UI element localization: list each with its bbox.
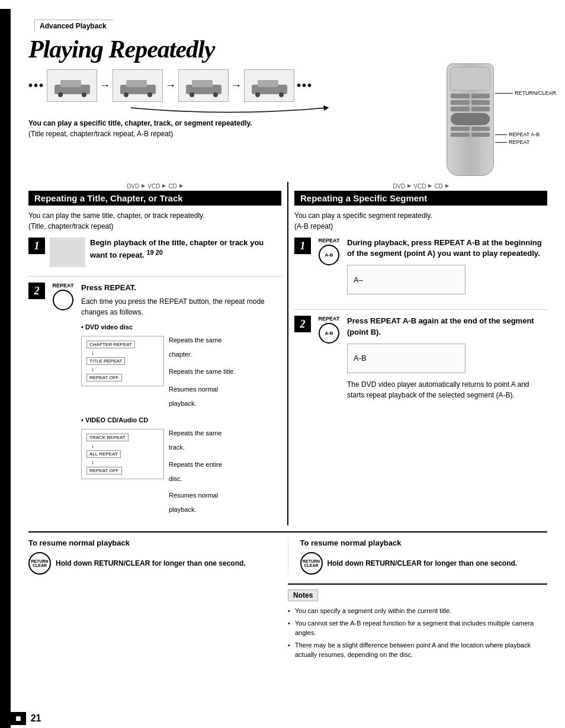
- svg-rect-1: [60, 80, 81, 87]
- page-wrapper: Advanced Playback Playing Repeatedly •••: [0, 9, 565, 728]
- remote-btn: [451, 107, 470, 111]
- left-step-1: 1 Begin playback of the title, chapter o…: [28, 238, 281, 267]
- illustration-area: ••• →: [28, 63, 429, 141]
- bottom-left-title: To resume normal playback: [28, 538, 276, 547]
- auto-desc: The DVD video player automatically retur…: [347, 379, 547, 400]
- bottom-left-text: Hold down RETURN/CLEAR for longer than o…: [56, 558, 276, 569]
- right-step-1: 1 REPEAT A-B During playback, press REPE…: [294, 238, 547, 300]
- display-box-2: A-B: [347, 344, 466, 373]
- remote-btn: [471, 107, 490, 111]
- content-area: Advanced Playback Playing Repeatedly •••: [11, 9, 565, 662]
- vcd-mode-1: TRACK REPEAT: [86, 434, 159, 441]
- label-line: [495, 93, 513, 94]
- remote-diagram: RETURN/CLEAR REPEAT A-B REPEAT: [447, 63, 541, 182]
- page-num-box: ■: [11, 712, 26, 725]
- svg-point-11: [213, 92, 218, 97]
- dvd-mode-3-box: REPEAT OFF: [86, 374, 122, 381]
- vcd-mode-3-box: REPEAT OFF: [86, 467, 122, 474]
- two-col-sections: DVD▶ VCD▶ CD▶ Repeating a Title, Chapter…: [28, 182, 547, 525]
- vcd-arrow-2: ↓: [86, 459, 159, 466]
- right-format-bar: DVD▶ VCD▶ CD▶: [294, 183, 547, 190]
- bottom-left: To resume normal playback RETURN CLEAR H…: [28, 538, 288, 575]
- right-step-1-title: During playback, press REPEAT A-B at the…: [347, 238, 547, 259]
- bottom-right-text: Hold down RETURN/CLEAR for longer than o…: [328, 558, 548, 569]
- arrow-2: →: [165, 79, 176, 92]
- right-section-header: Repeating a Specific Segment: [294, 191, 547, 206]
- remote-top: [450, 67, 490, 91]
- remote-btn: [471, 133, 490, 137]
- breadcrumb-area: Advanced Playback: [28, 9, 553, 32]
- step-2-title: Press REPEAT.: [81, 283, 281, 293]
- remote-btn: [451, 127, 470, 131]
- dvd-arrow-2: ↓: [86, 366, 159, 373]
- note-2: You cannot set the A-B repeat function f…: [288, 618, 547, 638]
- svg-point-7: [147, 92, 152, 97]
- vcd-mode-2: ALL REPEAT: [86, 450, 159, 458]
- car-4: [244, 69, 294, 102]
- dvd-mode-1-box: CHAPTER REPEAT: [86, 341, 135, 348]
- bottom-right-block: RETURN CLEAR Hold down RETURN/CLEAR for …: [300, 552, 548, 575]
- vcd-modes: TRACK REPEAT ↓ ALL REPEAT ↓ REPEAT OFF: [81, 426, 281, 517]
- note-1: You can specify a segment only within th…: [288, 606, 547, 616]
- right-step-divider: [294, 309, 547, 310]
- return-circle-left: RETURN CLEAR: [28, 552, 51, 575]
- svg-point-2: [58, 92, 63, 97]
- dvd-mode-2-box: TITLE REPEAT: [86, 357, 125, 365]
- return-circle-right: RETURN CLEAR: [300, 552, 323, 575]
- vcd-arrow-1: ↓: [86, 442, 159, 449]
- step-2-content: Press REPEAT. Each time you press the RE…: [81, 283, 281, 517]
- right-step-2-content: Press REPEAT A-B again at the end of the…: [347, 316, 547, 400]
- dvd-modes: CHAPTER REPEAT ↓ TITLE REPEAT ↓ REPEAT O…: [81, 333, 281, 410]
- caption-bold: You can play a specific title, chapter, …: [28, 118, 429, 129]
- remote-btn: [471, 94, 490, 98]
- left-bar: [0, 9, 11, 728]
- repeat-ab-circle-2: A-B: [319, 323, 339, 344]
- page-num-text: 21: [31, 713, 41, 724]
- notes-list: You can specify a segment only within th…: [288, 606, 547, 660]
- arrow-3: →: [231, 79, 242, 92]
- left-desc: You can play the same title, chapter, or…: [28, 210, 281, 232]
- remote-area: RETURN/CLEAR REPEAT A-B REPEAT: [429, 63, 547, 182]
- repeat-ab-circle-1: A-B: [319, 245, 339, 265]
- remote-btn: [471, 127, 490, 131]
- right-step-2-title: Press REPEAT A-B again at the end of the…: [347, 316, 547, 337]
- caption-paren: (Title repeat, chapter/track repeat, A-B…: [28, 130, 429, 138]
- vcd-desc-2: Repeats the entiredisc.: [169, 457, 222, 486]
- step-1-content: Begin playback of the title, chapter or …: [90, 238, 281, 264]
- vcd-label: VIDEO CD/Audio CD: [81, 416, 281, 424]
- dvd-desc-2: Repeats the same title.: [169, 364, 236, 379]
- return-clear-label: RETURN/CLEAR: [495, 90, 556, 96]
- car-3: [178, 69, 229, 102]
- remote-btn: [451, 133, 470, 137]
- vcd-desc-1: Repeats the sametrack.: [169, 426, 222, 454]
- bottom-left-block: RETURN CLEAR Hold down RETURN/CLEAR for …: [28, 552, 276, 575]
- svg-point-14: [255, 92, 260, 97]
- svg-rect-13: [258, 80, 278, 87]
- display-box-1: A–: [347, 265, 466, 294]
- svg-point-10: [190, 92, 194, 97]
- dots-right: •••: [297, 79, 313, 92]
- left-step-2: 2 REPEAT Press REPEAT. Each time you pre…: [28, 283, 281, 517]
- dots-left: •••: [28, 79, 44, 92]
- step-2-num: 2: [28, 283, 45, 299]
- bottom-right-title: To resume normal playback: [300, 538, 548, 547]
- page-number-area: ■ 21: [11, 712, 41, 725]
- svg-rect-9: [192, 80, 213, 87]
- dvd-mode-descs: Repeats the samechapter. Repeats the sam…: [169, 333, 236, 410]
- step-2-desc: Each time you press the REPEAT button, t…: [81, 296, 281, 318]
- label-line: [495, 134, 507, 135]
- dvd-mode-2: TITLE REPEAT: [86, 357, 159, 365]
- repeat-label: REPEAT: [495, 139, 529, 145]
- dvd-mode-diagram: CHAPTER REPEAT ↓ TITLE REPEAT ↓ REPEAT O…: [81, 336, 164, 386]
- step-1-title: Begin playback of the title, chapter or …: [90, 238, 281, 261]
- left-section-header: Repeating a Title, Chapter, or Track: [28, 191, 281, 206]
- notes-spacer: [28, 583, 288, 662]
- remote-buttons2: [451, 127, 490, 137]
- note-3: There may be a slight difference between…: [288, 640, 547, 660]
- step-1-refs: 19 20: [146, 249, 163, 256]
- repeat-ab-label: REPEAT A-B: [495, 132, 540, 137]
- right-desc: You can play a specific segment repeated…: [294, 210, 547, 232]
- step-1-graphic: [50, 238, 85, 267]
- remote-body: [447, 63, 494, 176]
- page-title: Playing Repeatedly: [28, 35, 547, 63]
